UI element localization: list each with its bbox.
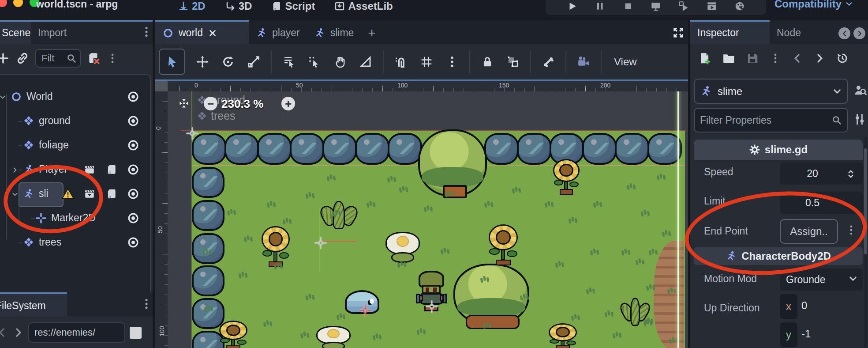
tab-filesystem[interactable]: FileSystem bbox=[0, 294, 67, 316]
warning-icon[interactable] bbox=[62, 188, 74, 200]
tree-row-marker2d[interactable]: Marker2D bbox=[0, 206, 144, 231]
mode-button-script[interactable]: Script bbox=[271, 0, 315, 12]
tab-import[interactable]: Import bbox=[31, 20, 74, 44]
tree-row-world[interactable]: World bbox=[0, 85, 144, 109]
history-forward-icon[interactable] bbox=[814, 53, 825, 64]
view-menu[interactable]: View bbox=[614, 56, 637, 68]
stop-button[interactable] bbox=[622, 0, 634, 12]
limit-field[interactable]: 0.5 bbox=[780, 192, 863, 214]
add-node-button[interactable] bbox=[0, 52, 10, 65]
new-scene-tab-button[interactable]: + bbox=[361, 20, 383, 44]
inspector-scrollbar-thumb[interactable] bbox=[864, 148, 867, 254]
zoom-in-button[interactable]: + bbox=[281, 97, 295, 110]
edited-node-selector[interactable]: slime bbox=[694, 79, 848, 104]
end-point-menu-icon[interactable] bbox=[846, 224, 857, 236]
scene-dock-menu-icon[interactable] bbox=[140, 26, 153, 38]
close-tab-icon[interactable] bbox=[208, 28, 217, 38]
save-resource-icon[interactable] bbox=[746, 52, 759, 65]
play-button[interactable] bbox=[566, 0, 578, 12]
visibility-icon[interactable] bbox=[127, 163, 139, 176]
mode-button-assetlib[interactable]: AssetLib bbox=[334, 0, 393, 12]
assign-button[interactable]: Assign.. bbox=[780, 219, 838, 244]
filesystem-menu-icon[interactable] bbox=[140, 298, 153, 310]
visibility-icon[interactable] bbox=[127, 212, 139, 224]
script-icon[interactable] bbox=[106, 188, 117, 200]
zoom-out-button[interactable]: − bbox=[204, 97, 217, 110]
viewport-canvas[interactable]: ground trees − 230.3 % + bbox=[168, 91, 688, 348]
lock-icon[interactable] bbox=[481, 55, 494, 68]
visibility-icon[interactable] bbox=[127, 188, 139, 200]
pan-tool-icon[interactable] bbox=[333, 55, 347, 68]
tree-row-ground[interactable]: ground bbox=[0, 109, 144, 133]
bone-icon[interactable] bbox=[542, 55, 555, 68]
tree-row-trees[interactable]: trees bbox=[0, 231, 144, 255]
scene-tree-menu-icon[interactable] bbox=[107, 53, 118, 64]
spinner-icon[interactable] bbox=[846, 169, 856, 179]
dock-prev-button[interactable] bbox=[838, 27, 850, 39]
renderer-selector[interactable]: Compatibility bbox=[774, 0, 853, 10]
extra-settings-icon[interactable] bbox=[853, 112, 867, 126]
minimize-window-button[interactable] bbox=[13, 0, 23, 7]
clapper-icon[interactable] bbox=[84, 164, 95, 175]
play-custom-scene-button[interactable] bbox=[706, 0, 718, 12]
tree-row-player[interactable]: Player bbox=[0, 158, 144, 182]
play-scene-button[interactable] bbox=[678, 0, 689, 12]
visibility-icon[interactable] bbox=[127, 139, 139, 151]
scale-tool-icon[interactable] bbox=[247, 55, 260, 68]
new-resource-icon[interactable] bbox=[698, 52, 711, 65]
x-component-value[interactable]: 0 bbox=[801, 299, 807, 312]
list-select-tool-icon[interactable] bbox=[282, 55, 296, 68]
select-tool-button[interactable] bbox=[159, 49, 185, 75]
ruler-tool-icon[interactable] bbox=[359, 55, 372, 68]
rotate-tool-icon[interactable] bbox=[221, 55, 235, 68]
visibility-icon[interactable] bbox=[127, 236, 139, 249]
scene-filter-input[interactable]: Filt bbox=[35, 49, 81, 68]
snap-tool-icon[interactable] bbox=[308, 55, 321, 68]
zoom-percentage[interactable]: 230.3 % bbox=[221, 97, 263, 111]
smart-snap-icon[interactable] bbox=[394, 55, 408, 68]
tree-row-foliage[interactable]: foliage bbox=[0, 133, 144, 158]
resource-menu-icon[interactable] bbox=[770, 53, 781, 64]
scene-tab-slime[interactable]: slime bbox=[307, 20, 361, 44]
expander-icon[interactable] bbox=[0, 94, 6, 101]
visibility-icon[interactable] bbox=[127, 91, 139, 103]
category-characterbody2d[interactable]: CharacterBody2D bbox=[694, 247, 863, 265]
remote-debug-button[interactable] bbox=[650, 0, 662, 12]
pause-button[interactable] bbox=[594, 0, 606, 12]
history-icon[interactable] bbox=[836, 52, 849, 65]
snap-options-icon[interactable] bbox=[445, 55, 459, 68]
tab-node[interactable]: Node bbox=[770, 20, 808, 44]
y-component-value[interactable]: -1 bbox=[801, 328, 811, 340]
mode-button-2d[interactable]: 2D bbox=[178, 0, 206, 12]
distraction-free-icon[interactable] bbox=[672, 26, 685, 39]
movie-maker-button[interactable] bbox=[734, 0, 745, 12]
scene-tab-player[interactable]: player bbox=[249, 20, 307, 44]
scene-tab-world[interactable]: world bbox=[155, 20, 249, 44]
mode-button-3d[interactable]: 3D bbox=[225, 0, 252, 12]
expander-icon[interactable] bbox=[11, 166, 19, 174]
group-selected-icon[interactable] bbox=[506, 55, 520, 68]
open-docs-icon[interactable] bbox=[853, 83, 868, 98]
grid-snap-icon[interactable] bbox=[420, 55, 433, 68]
filter-properties-input[interactable]: Filter Properties bbox=[694, 108, 848, 132]
script-section-header[interactable]: slime.gd bbox=[694, 140, 863, 160]
nav-back-icon[interactable] bbox=[0, 327, 8, 338]
detach-script-button[interactable] bbox=[87, 52, 101, 65]
history-back-icon[interactable] bbox=[792, 53, 803, 64]
close-window-button[interactable] bbox=[0, 0, 7, 7]
expander-icon[interactable] bbox=[11, 191, 19, 198]
path-field[interactable]: res://enemies/ bbox=[28, 322, 125, 343]
2d-viewport[interactable]: 050100 050100150200 ground bbox=[155, 79, 688, 348]
visibility-icon[interactable] bbox=[127, 115, 139, 127]
move-tool-icon[interactable] bbox=[196, 55, 209, 68]
tab-scene[interactable]: Scene bbox=[0, 20, 31, 44]
nav-forward-icon[interactable] bbox=[12, 327, 24, 338]
camera-override-icon[interactable] bbox=[577, 55, 590, 68]
tab-inspector[interactable]: Inspector bbox=[690, 20, 770, 44]
dock-next-button[interactable] bbox=[853, 27, 865, 39]
file-thumbnail[interactable] bbox=[130, 327, 142, 339]
script-icon[interactable] bbox=[106, 164, 117, 175]
instance-scene-button[interactable] bbox=[16, 52, 29, 65]
center-view-icon[interactable] bbox=[177, 97, 191, 110]
tree-row-sli[interactable]: sli bbox=[0, 182, 144, 206]
